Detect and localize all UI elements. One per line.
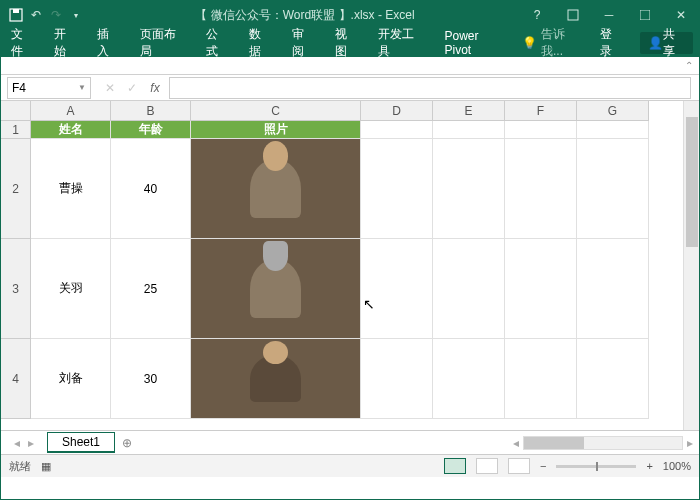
cell[interactable]: 40 bbox=[111, 139, 191, 239]
chevron-down-icon[interactable]: ▼ bbox=[78, 83, 86, 92]
col-header[interactable]: E bbox=[433, 101, 505, 121]
cell[interactable]: 30 bbox=[111, 339, 191, 419]
help-icon[interactable]: ? bbox=[519, 1, 555, 29]
spreadsheet-grid[interactable]: ABCDEFG 1234 姓名年龄照片曹操40关羽25刘备30 ↖ bbox=[1, 101, 699, 431]
cell[interactable]: 曹操 bbox=[31, 139, 111, 239]
sheet-next-icon[interactable]: ▸ bbox=[28, 436, 34, 450]
cell[interactable]: 25 bbox=[111, 239, 191, 339]
hscroll-left-icon[interactable]: ◂ bbox=[513, 436, 523, 450]
svg-rect-3 bbox=[640, 10, 650, 20]
cell[interactable]: 刘备 bbox=[31, 339, 111, 419]
cell[interactable] bbox=[505, 121, 577, 139]
ribbon-tab[interactable]: 视图 bbox=[325, 29, 368, 57]
zoom-out-button[interactable]: − bbox=[540, 460, 546, 472]
person-icon: 👤 bbox=[648, 36, 663, 50]
col-header[interactable]: D bbox=[361, 101, 433, 121]
row-header[interactable]: 3 bbox=[1, 239, 31, 339]
cell[interactable] bbox=[577, 339, 649, 419]
minimize-button[interactable]: ─ bbox=[591, 1, 627, 29]
ribbon-tab[interactable]: 开发工具 bbox=[368, 29, 434, 57]
collapse-ribbon-icon[interactable]: ⌃ bbox=[685, 60, 693, 71]
row-header[interactable]: 4 bbox=[1, 339, 31, 419]
ribbon-tab[interactable]: 开始 bbox=[44, 29, 87, 57]
photo-thumbnail[interactable] bbox=[191, 339, 360, 418]
cell[interactable]: 照片 bbox=[191, 121, 361, 139]
macro-record-icon[interactable]: ▦ bbox=[41, 460, 51, 473]
cell[interactable] bbox=[191, 139, 361, 239]
add-sheet-button[interactable]: ⊕ bbox=[115, 436, 139, 450]
sheet-prev-icon[interactable]: ◂ bbox=[14, 436, 20, 450]
photo-thumbnail[interactable] bbox=[191, 239, 360, 338]
cell[interactable] bbox=[361, 139, 433, 239]
cell[interactable]: 年龄 bbox=[111, 121, 191, 139]
cell[interactable] bbox=[191, 339, 361, 419]
row-header[interactable]: 2 bbox=[1, 139, 31, 239]
col-header[interactable]: F bbox=[505, 101, 577, 121]
cell[interactable] bbox=[505, 239, 577, 339]
sheet-tab[interactable]: Sheet1 bbox=[47, 432, 115, 453]
col-header[interactable]: C bbox=[191, 101, 361, 121]
window-options-icon[interactable] bbox=[555, 1, 591, 29]
confirm-formula-icon: ✓ bbox=[121, 77, 143, 99]
share-button[interactable]: 👤共享 bbox=[640, 32, 693, 54]
maximize-button[interactable] bbox=[627, 1, 663, 29]
view-pagebreak-button[interactable] bbox=[508, 458, 530, 474]
cell[interactable] bbox=[433, 339, 505, 419]
zoom-in-button[interactable]: + bbox=[646, 460, 652, 472]
ribbon-tab[interactable]: 数据 bbox=[239, 29, 282, 57]
redo-icon: ↷ bbox=[47, 6, 65, 24]
cell[interactable] bbox=[505, 339, 577, 419]
ribbon-tab[interactable]: 页面布局 bbox=[130, 29, 196, 57]
save-icon[interactable] bbox=[7, 6, 25, 24]
view-layout-button[interactable] bbox=[476, 458, 498, 474]
tell-me[interactable]: 💡告诉我... bbox=[516, 26, 590, 60]
cell[interactable] bbox=[361, 339, 433, 419]
fx-icon[interactable]: fx bbox=[143, 77, 165, 99]
zoom-level[interactable]: 100% bbox=[663, 460, 691, 472]
vertical-scrollbar[interactable] bbox=[683, 101, 699, 430]
cell[interactable]: 关羽 bbox=[31, 239, 111, 339]
cell[interactable] bbox=[433, 121, 505, 139]
ribbon-tab[interactable]: 插入 bbox=[87, 29, 130, 57]
window-title: 【 微信公众号：Word联盟 】.xlsx - Excel bbox=[91, 7, 519, 24]
ribbon-tab[interactable]: 审阅 bbox=[282, 29, 325, 57]
bulb-icon: 💡 bbox=[522, 36, 537, 50]
status-ready: 就绪 bbox=[9, 459, 31, 474]
horizontal-scrollbar[interactable] bbox=[523, 436, 683, 450]
cell[interactable] bbox=[505, 139, 577, 239]
cell[interactable]: 姓名 bbox=[31, 121, 111, 139]
cell[interactable] bbox=[433, 239, 505, 339]
cell[interactable] bbox=[191, 239, 361, 339]
cell[interactable] bbox=[433, 139, 505, 239]
col-header[interactable]: G bbox=[577, 101, 649, 121]
cancel-formula-icon: ✕ bbox=[99, 77, 121, 99]
cell[interactable] bbox=[577, 121, 649, 139]
ribbon-tab[interactable]: Power Pivot bbox=[435, 29, 517, 57]
svg-rect-2 bbox=[568, 10, 578, 20]
row-header[interactable]: 1 bbox=[1, 121, 31, 139]
name-box[interactable]: F4▼ bbox=[7, 77, 91, 99]
qat-more-icon[interactable]: ▾ bbox=[67, 6, 85, 24]
cell[interactable] bbox=[361, 121, 433, 139]
col-header[interactable]: A bbox=[31, 101, 111, 121]
ribbon-tab[interactable]: 公式 bbox=[196, 29, 239, 57]
zoom-slider[interactable] bbox=[556, 465, 636, 468]
select-all-corner[interactable] bbox=[1, 101, 31, 121]
cell[interactable] bbox=[577, 239, 649, 339]
cell[interactable] bbox=[577, 139, 649, 239]
cell[interactable] bbox=[361, 239, 433, 339]
view-normal-button[interactable] bbox=[444, 458, 466, 474]
svg-rect-1 bbox=[13, 9, 19, 13]
login-link[interactable]: 登录 bbox=[590, 29, 633, 57]
photo-thumbnail[interactable] bbox=[191, 139, 360, 238]
ribbon-tab[interactable]: 文件 bbox=[1, 29, 44, 57]
close-button[interactable]: ✕ bbox=[663, 1, 699, 29]
undo-icon[interactable]: ↶ bbox=[27, 6, 45, 24]
col-header[interactable]: B bbox=[111, 101, 191, 121]
formula-bar[interactable] bbox=[169, 77, 691, 99]
hscroll-right-icon[interactable]: ▸ bbox=[683, 436, 693, 450]
